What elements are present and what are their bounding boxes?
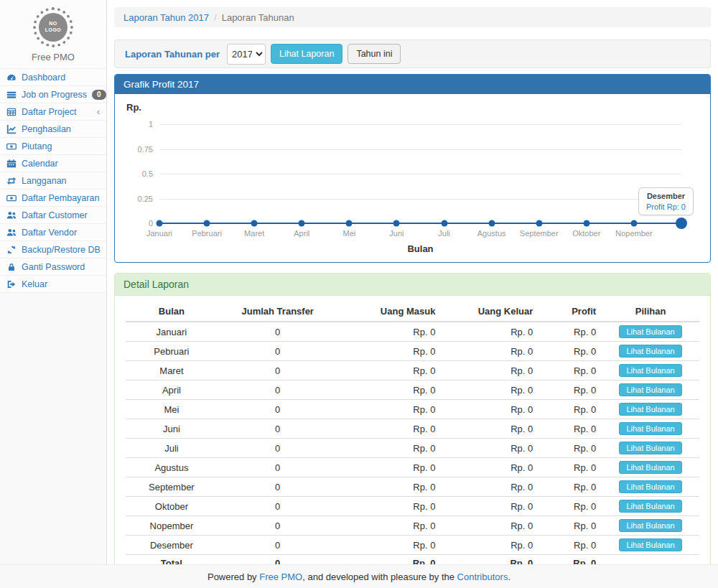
data-point-september[interactable] xyxy=(536,220,542,227)
lihat-bulanan-button[interactable]: Lihat Bulanan xyxy=(619,383,681,396)
sidebar-item-daftar-pembayaran[interactable]: Daftar Pembayaran xyxy=(0,190,106,207)
report-form-label: Laporan Tahunan per xyxy=(125,49,220,60)
data-point-maret[interactable] xyxy=(251,220,258,227)
data-point-nopember[interactable] xyxy=(630,220,637,227)
cell-uang-keluar: Rp. 0 xyxy=(441,458,538,477)
lihat-bulanan-button[interactable]: Lihat Bulanan xyxy=(619,519,681,532)
lihat-bulanan-button[interactable]: Lihat Bulanan xyxy=(619,345,681,358)
lihat-bulanan-button[interactable]: Lihat Bulanan xyxy=(619,442,681,454)
table-row-pebruari: Pebruari0Rp. 0Rp. 0Rp. 0Lihat Bulanan xyxy=(126,342,699,361)
tooltip-value: Profit Rp: 0 xyxy=(646,202,686,211)
cell-uang-keluar: Rp. 0 xyxy=(441,516,538,536)
cell-uang-keluar: Rp. 0 xyxy=(441,477,538,497)
cell-uang-keluar: Rp. 0 xyxy=(441,419,538,439)
sidebar-item-label: Penghasilan xyxy=(22,124,71,134)
retweet-icon xyxy=(6,176,17,186)
x-axis-label: Bulan xyxy=(407,243,433,254)
cell-uang-masuk: Rp. 0 xyxy=(338,516,442,536)
cell-profit: Rp. 0 xyxy=(538,361,602,381)
sidebar-item-langganan[interactable]: Langganan xyxy=(0,172,106,190)
cell-pilihan: Lihat Bulanan xyxy=(602,458,699,477)
sidebar-item-label: Daftar Pembayaran xyxy=(22,193,99,203)
sidebar-item-label: Dashboard xyxy=(22,73,65,83)
line-chart-icon xyxy=(6,124,17,134)
sidebar-item-ganti-password[interactable]: Ganti Password xyxy=(0,258,106,276)
x-tick-label: Maret xyxy=(244,229,264,238)
cell-pilihan: Lihat Bulanan xyxy=(602,322,699,342)
sidebar-item-backup-restore-db[interactable]: Backup/Restore DB xyxy=(0,241,106,258)
cell-bulan: Juni xyxy=(126,419,218,439)
tooltip-title: Desember xyxy=(646,192,686,200)
cell-bulan: Pebruari xyxy=(126,342,218,361)
x-tick-label: Juli xyxy=(438,229,450,238)
report-form: Laporan Tahunan per 2017 Lihat Laporan T… xyxy=(114,39,711,68)
column-header-pilihan: Pilihan xyxy=(602,302,699,322)
cell-jumlah-transfer: 0 xyxy=(218,400,338,419)
sidebar-item-dashboard[interactable]: Dashboard xyxy=(0,69,106,86)
lihat-bulanan-button[interactable]: Lihat Bulanan xyxy=(619,325,681,338)
cell-uang-keluar: Rp. 0 xyxy=(441,439,538,458)
cell-uang-masuk: Rp. 0 xyxy=(338,458,442,477)
data-point-april[interactable] xyxy=(299,220,305,227)
cell-uang-keluar: Rp. 0 xyxy=(441,497,538,516)
sidebar-item-job-on-progress[interactable]: Job on Progress0 xyxy=(0,86,106,103)
data-point-agustus[interactable] xyxy=(488,220,495,227)
refresh-icon xyxy=(6,245,17,255)
breadcrumb-link-laporan-tahun[interactable]: Laporan Tahun 2017 xyxy=(123,12,209,23)
cell-jumlah-transfer: 0 xyxy=(218,458,338,477)
data-point-mei[interactable] xyxy=(346,220,353,227)
y-tick-label: 0.75 xyxy=(138,145,153,154)
sidebar-item-daftar-vendor[interactable]: Daftar Vendor xyxy=(0,224,106,241)
data-point-juli[interactable] xyxy=(441,220,447,227)
logo-box: NO LOGO Free PMO xyxy=(0,0,106,68)
data-point-juni[interactable] xyxy=(393,220,400,227)
data-point-januari[interactable] xyxy=(157,220,163,227)
cell-bulan: April xyxy=(126,381,218,400)
chart-line xyxy=(159,223,681,224)
cell-pilihan: Lihat Bulanan xyxy=(602,361,699,381)
table-row-januari: Januari0Rp. 0Rp. 0Rp. 0Lihat Bulanan xyxy=(126,322,699,342)
cell-jumlah-transfer: 0 xyxy=(218,381,338,400)
year-select[interactable]: 2017 xyxy=(227,44,266,65)
sidebar-item-label: Keluar xyxy=(22,279,47,289)
sidebar-item-penghasilan[interactable]: Penghasilan xyxy=(0,121,106,138)
gridline xyxy=(159,174,681,174)
lihat-bulanan-button[interactable]: Lihat Bulanan xyxy=(619,538,681,551)
lihat-bulanan-button[interactable]: Lihat Bulanan xyxy=(619,461,681,474)
x-tick-label: September xyxy=(520,229,559,238)
y-axis-label: Rp. xyxy=(126,102,141,113)
tahun-ini-button[interactable]: Tahun ini xyxy=(348,44,401,64)
lihat-bulanan-button[interactable]: Lihat Bulanan xyxy=(619,422,681,435)
sidebar-item-label: Daftar Vendor xyxy=(22,228,77,238)
sidebar-item-calendar[interactable]: Calendar xyxy=(0,155,106,172)
cell-profit: Rp. 0 xyxy=(538,536,602,555)
footer-link-contributors[interactable]: Contributors xyxy=(457,571,508,582)
sidebar-item-daftar-customer[interactable]: Daftar Customer xyxy=(0,207,106,224)
lihat-bulanan-button[interactable]: Lihat Bulanan xyxy=(619,403,681,416)
sidebar-item-keluar[interactable]: Keluar xyxy=(0,276,106,293)
users-icon xyxy=(6,210,17,220)
calendar-icon xyxy=(6,159,17,169)
cell-uang-keluar: Rp. 0 xyxy=(441,322,538,342)
footer-link-free-pmo[interactable]: Free PMO xyxy=(259,571,302,582)
lihat-bulanan-button[interactable]: Lihat Bulanan xyxy=(619,480,681,493)
column-header-profit: Profit xyxy=(538,302,602,322)
cell-bulan: Juli xyxy=(126,439,218,458)
sidebar-item-label: Daftar Project xyxy=(22,107,76,117)
table-header-row: BulanJumlah TransferUang MasukUang Kelua… xyxy=(126,302,699,322)
data-point-desember[interactable] xyxy=(676,218,687,229)
cell-jumlah-transfer: 0 xyxy=(218,536,338,555)
cell-profit: Rp. 0 xyxy=(538,322,602,342)
lihat-bulanan-button[interactable]: Lihat Bulanan xyxy=(619,364,681,377)
table-row-mei: Mei0Rp. 0Rp. 0Rp. 0Lihat Bulanan xyxy=(126,400,699,419)
data-point-oktober[interactable] xyxy=(583,220,589,227)
lihat-laporan-button[interactable]: Lihat Laporan xyxy=(271,44,342,64)
sidebar-item-daftar-project[interactable]: Daftar Project‹ xyxy=(0,103,106,121)
data-point-pebruari[interactable] xyxy=(204,220,210,227)
cell-uang-keluar: Rp. 0 xyxy=(441,400,538,419)
lihat-bulanan-button[interactable]: Lihat Bulanan xyxy=(619,500,681,513)
column-header-uang-masuk: Uang Masuk xyxy=(338,302,442,322)
sidebar-item-piutang[interactable]: Piutang xyxy=(0,138,106,155)
cell-jumlah-transfer: 0 xyxy=(218,497,338,516)
cell-profit: Rp. 0 xyxy=(538,400,602,419)
